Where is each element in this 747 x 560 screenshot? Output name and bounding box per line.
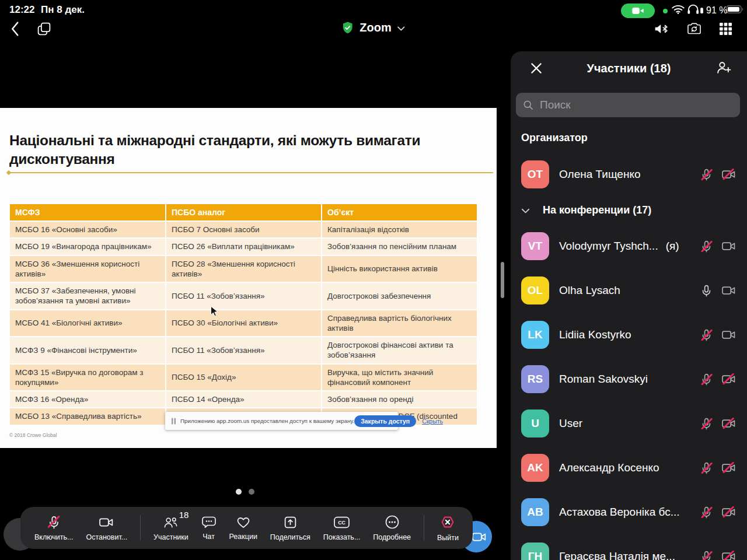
camera-status-icon xyxy=(721,167,736,181)
close-access-button[interactable]: Закрыть доступ xyxy=(354,415,416,427)
table-row: МСФЗ 16 «Оренда»ПСБО 14 «Оренда»Зобов’яз… xyxy=(9,391,477,408)
app-switcher-button[interactable] xyxy=(36,21,52,37)
table-row: МСФЗ 9 «Фінансові інструменти»ПСБО 11 «З… xyxy=(9,337,477,364)
camera-in-use-indicator[interactable] xyxy=(621,4,655,18)
avatar: U xyxy=(521,410,549,438)
avatar: ГН xyxy=(521,542,549,560)
participant-row[interactable]: ГН Герасєва Наталія ме... xyxy=(521,542,736,560)
avatar: OT xyxy=(521,160,549,188)
table-row: МСФЗ 15 «Виручка по договорам з покупцям… xyxy=(9,364,477,391)
notification-message: Приложению app.zoom.us предоставлен дост… xyxy=(180,418,354,424)
shared-screen-slide: Національні та міжнародні стандарти, які… xyxy=(0,108,497,448)
battery-percent: 91 % xyxy=(706,5,727,16)
search-icon xyxy=(523,100,534,111)
page-indicator[interactable] xyxy=(236,489,254,495)
participant-row[interactable]: U User xyxy=(521,410,736,438)
camera-status-icon xyxy=(721,328,736,342)
more-button[interactable]: Подробнее xyxy=(373,514,411,541)
table-header-row: МСФЗ ПСБО аналог Об’єкт xyxy=(9,204,477,221)
participant-name: Астахова Вероніка бс... xyxy=(559,506,679,518)
participants-icon: 18 xyxy=(162,515,179,530)
stop-video-button[interactable]: Остановит... xyxy=(86,515,127,541)
unmute-button[interactable]: Включить... xyxy=(34,515,74,541)
pause-icon xyxy=(171,418,176,425)
participant-row[interactable]: LK Lidiia Kostyrko xyxy=(521,321,736,349)
share-button[interactable]: Поделиться xyxy=(270,515,310,541)
cc-icon xyxy=(333,515,350,530)
table-row: МСБО 19 «Винагорода працівникам»ПСБО 26 … xyxy=(9,238,477,255)
camera-status-icon xyxy=(721,372,736,386)
camera-status-icon xyxy=(721,505,736,519)
participant-row-organizer[interactable]: OT Олена Тищенко xyxy=(521,160,736,188)
battery-icon xyxy=(726,5,744,14)
participant-name: Олена Тищенко xyxy=(559,168,641,180)
col-header: МСФЗ xyxy=(9,204,166,221)
hide-link[interactable]: Скрыть xyxy=(422,418,443,425)
avatar: RS xyxy=(521,365,549,393)
mic-status-icon xyxy=(700,417,713,430)
mouse-cursor xyxy=(210,306,218,317)
chat-button[interactable]: Чат xyxy=(201,515,217,541)
mic-status-icon xyxy=(700,506,713,519)
participant-name: User xyxy=(559,417,582,429)
mic-status-icon xyxy=(700,328,713,342)
table-row: МСБО 16 «Основні засоби»ПСБО 7 Основні з… xyxy=(9,221,477,238)
mic-status-icon xyxy=(700,168,713,181)
camera-status-icon xyxy=(721,284,736,298)
mic-status-icon xyxy=(700,284,713,298)
leave-button[interactable]: Выйти xyxy=(437,514,459,542)
back-button[interactable] xyxy=(11,21,19,37)
camera-status-icon xyxy=(721,461,736,475)
participant-row[interactable]: VT Volodymyr Tyshch...(я) xyxy=(521,232,736,260)
video-icon xyxy=(99,515,114,530)
headphones-battery-icon xyxy=(686,4,704,16)
camera-status-icon xyxy=(721,550,736,560)
flip-camera-button[interactable] xyxy=(686,22,702,35)
search-input[interactable] xyxy=(539,98,733,112)
avatar: OL xyxy=(521,276,549,304)
date: Пн 8 дек. xyxy=(41,4,85,16)
add-participant-button[interactable] xyxy=(715,60,732,75)
heart-icon xyxy=(236,515,251,529)
reactions-button[interactable]: Реакции xyxy=(229,515,257,541)
audio-output-button[interactable] xyxy=(654,22,670,36)
in-meeting-section-toggle[interactable]: На конференции (17) xyxy=(521,204,651,216)
mic-status-icon xyxy=(700,373,713,386)
captions-button[interactable]: Показать... xyxy=(323,515,361,541)
page-dot[interactable] xyxy=(249,489,254,495)
screen-share-notification: Приложению app.zoom.us предоставлен дост… xyxy=(165,412,398,430)
chat-icon xyxy=(201,515,217,529)
camera-status-icon xyxy=(721,416,736,430)
copyright: © 2018 Crowe Global xyxy=(9,432,57,438)
participant-row[interactable]: AK Александр Косенко xyxy=(521,454,736,482)
col-header: Об’єкт xyxy=(322,204,477,221)
participants-button[interactable]: 18 Участники xyxy=(153,515,189,541)
participant-row[interactable]: RS Roman Sakovskyi xyxy=(521,365,736,393)
participants-count-badge: 18 xyxy=(179,510,189,520)
title-underline xyxy=(9,172,493,173)
meeting-title-dropdown[interactable]: Zoom xyxy=(341,21,405,34)
avatar: AK xyxy=(521,454,549,482)
avatar: AB xyxy=(521,498,549,526)
ellipsis-icon xyxy=(385,514,400,530)
panel-title: Участники (18) xyxy=(511,62,747,75)
scrollbar-thumb[interactable] xyxy=(501,262,504,298)
shield-check-icon xyxy=(341,21,354,34)
camera-status-icon xyxy=(721,239,736,253)
participant-row[interactable]: OL Olha Lysach xyxy=(521,276,736,304)
participant-row[interactable]: AB Астахова Вероніка бс... xyxy=(521,498,736,526)
table-row: МСБО 36 «Зменшення корисності активів»ПС… xyxy=(9,256,477,283)
meeting-toolbar: Включить... Остановит... 18 Участники Ча… xyxy=(20,507,473,549)
search-bar[interactable] xyxy=(516,93,740,117)
leave-hexagon-icon xyxy=(439,514,456,530)
app-title: Zoom xyxy=(359,21,391,34)
apps-grid-button[interactable] xyxy=(719,22,732,36)
avatar: VT xyxy=(521,232,549,260)
page-dot-active[interactable] xyxy=(236,489,242,495)
participant-name: Volodymyr Tyshch... xyxy=(559,240,658,252)
clock: 12:22 xyxy=(9,4,34,16)
chevron-down-icon xyxy=(521,208,530,214)
toolbar-divider xyxy=(140,515,141,541)
avatar: LK xyxy=(521,321,549,349)
slide-title: Національні та міжнародні стандарти, які… xyxy=(9,131,476,169)
